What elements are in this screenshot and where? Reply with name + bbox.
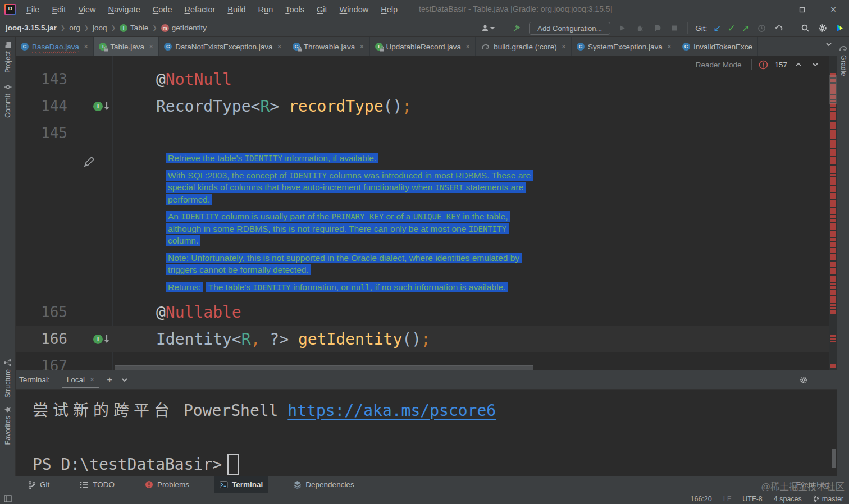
editor-scrollbar-thumb[interactable] — [829, 75, 837, 104]
breadcrumb-jooq[interactable]: jooq — [93, 24, 107, 32]
code-line-166[interactable]: 166IIdentity<R, ?> getIdentity(); — [16, 326, 829, 352]
error-stripe-mark[interactable] — [830, 268, 836, 274]
indent-setting[interactable]: 4 spaces — [774, 495, 802, 503]
git-update-icon[interactable]: ↙ — [713, 24, 721, 33]
error-stripe-mark[interactable] — [830, 310, 836, 314]
tab-basedao-java[interactable]: CBaseDao.java× — [16, 37, 94, 56]
menu-git[interactable]: Git — [312, 3, 332, 16]
profiler-button[interactable] — [651, 22, 663, 34]
terminal-minimize-icon[interactable]: — — [820, 375, 829, 384]
git-commit-check-icon[interactable]: ✓ — [728, 24, 736, 33]
close-icon[interactable]: × — [667, 42, 672, 51]
sidebar-item-gradle[interactable]: Gradle — [837, 40, 849, 76]
error-stripe-mark[interactable] — [830, 108, 836, 111]
hidden-tabs-chevron-down-icon[interactable] — [825, 42, 832, 47]
tab-build-gradle-core-[interactable]: build.gradle (:core)× — [476, 37, 572, 56]
error-stripe-mark[interactable] — [830, 276, 836, 282]
menu-window[interactable]: Window — [335, 3, 374, 16]
minimize-button[interactable]: — — [755, 0, 786, 19]
breadcrumb-table[interactable]: ITable — [120, 24, 148, 32]
error-stripe-mark[interactable] — [830, 254, 836, 260]
menu-navigate[interactable]: Navigate — [103, 3, 145, 16]
terminal-settings-gear-icon[interactable] — [798, 374, 809, 386]
menu-code[interactable]: Code — [148, 3, 177, 16]
caret-position[interactable]: 166:20 — [691, 495, 712, 503]
new-terminal-plus-icon[interactable]: + — [107, 374, 112, 386]
error-stripe-mark[interactable] — [830, 283, 836, 285]
error-stripe-mark[interactable] — [830, 341, 836, 342]
error-stripe-mark[interactable] — [830, 215, 836, 218]
error-stripe-mark[interactable] — [830, 112, 836, 120]
error-stripe-mark[interactable] — [830, 186, 836, 192]
error-stripe-mark[interactable] — [830, 338, 836, 340]
add-configuration-button[interactable]: Add Configuration... — [529, 22, 610, 35]
toolwindow-git-button[interactable]: Git — [22, 476, 55, 493]
error-stripe-mark[interactable] — [830, 231, 836, 237]
menu-refactor[interactable]: Refactor — [180, 3, 221, 16]
menu-run[interactable]: Run — [253, 3, 279, 16]
debug-button[interactable] — [634, 22, 645, 34]
horizontal-scrollbar[interactable] — [115, 365, 533, 370]
tab-systemexception-java[interactable]: CSystemException.java× — [572, 37, 677, 56]
error-stripe-mark[interactable] — [830, 223, 836, 230]
menu-build[interactable]: Build — [222, 3, 250, 16]
error-stripe[interactable] — [829, 56, 837, 370]
toolbox-icon[interactable] — [834, 22, 846, 34]
error-stripe-mark[interactable] — [830, 219, 836, 222]
terminal-tab-local[interactable]: Local × — [65, 371, 97, 388]
sidebar-item-favorites[interactable]: Favorites — [0, 406, 16, 445]
error-stripe-mark[interactable] — [830, 248, 836, 253]
terminal-output[interactable]: 尝试新的跨平台 PowerShell https://aka.ms/pscore… — [16, 390, 837, 475]
error-stripe-mark[interactable] — [830, 140, 836, 148]
error-stripe-mark[interactable] — [830, 157, 836, 164]
terminal-scrollbar[interactable] — [832, 449, 836, 468]
git-push-icon[interactable]: ↗ — [742, 24, 750, 33]
close-button[interactable]: × — [818, 0, 849, 19]
code-line-165[interactable]: 165@Nullable — [16, 299, 829, 326]
error-stripe-mark[interactable] — [830, 174, 836, 176]
close-icon[interactable]: × — [90, 375, 94, 384]
reader-mode-label[interactable]: Reader Mode — [696, 61, 742, 69]
sidebar-item-structure[interactable]: Structure — [0, 359, 16, 398]
close-icon[interactable]: × — [277, 42, 282, 51]
maximize-button[interactable] — [786, 0, 818, 19]
code-line-145[interactable]: 145 — [16, 120, 829, 146]
error-stripe-mark[interactable] — [830, 262, 836, 267]
interface-gutter-icon[interactable]: I — [93, 102, 103, 111]
error-stripe-mark[interactable] — [830, 335, 836, 337]
menu-tools[interactable]: Tools — [280, 3, 309, 16]
error-stripe-mark[interactable] — [830, 177, 836, 185]
toolwindow-terminal-button[interactable]: Terminal — [214, 476, 268, 493]
implementations-arrow-icon[interactable] — [103, 102, 110, 111]
tab-invalidtokenexce[interactable]: CInvalidTokenExce — [677, 37, 758, 56]
close-icon[interactable]: × — [359, 42, 364, 51]
error-count[interactable]: 157 — [774, 61, 787, 69]
close-icon[interactable]: × — [149, 42, 153, 51]
git-branch-widget[interactable]: master — [813, 495, 843, 503]
error-stripe-mark[interactable] — [830, 149, 836, 156]
error-stripe-mark[interactable] — [830, 286, 836, 289]
error-stripe-mark[interactable] — [830, 307, 836, 309]
error-stripe-mark[interactable] — [830, 200, 836, 207]
menu-edit[interactable]: Edit — [47, 3, 71, 16]
error-stripe-mark[interactable] — [830, 122, 836, 129]
rendered-javadoc[interactable]: Retrieve the table's IDENTITY informatio… — [166, 152, 837, 293]
tab-datanotexistsexception-java[interactable]: CDataNotExistsException.java× — [159, 37, 287, 56]
editor[interactable]: Reader Mode 157 143@NotNull144IRecordTyp… — [16, 56, 837, 370]
toolwindow-problems-button[interactable]: Problems — [139, 476, 195, 493]
run-button[interactable] — [617, 22, 628, 34]
error-stripe-mark[interactable] — [830, 193, 836, 199]
error-stripe-mark[interactable] — [830, 364, 836, 368]
user-account-icon[interactable] — [480, 22, 496, 34]
code-line-144[interactable]: 144IRecordType<R> recordType(); — [16, 93, 829, 120]
close-icon[interactable]: × — [562, 42, 566, 51]
stop-button[interactable] — [669, 22, 680, 34]
terminal-chevron-down-icon[interactable] — [121, 378, 128, 382]
file-encoding[interactable]: UTF-8 — [742, 495, 762, 503]
chevron-down-icon[interactable] — [810, 59, 821, 70]
close-icon[interactable]: × — [84, 42, 88, 51]
breadcrumb-jar[interactable]: jooq-3.15.5.jar — [6, 24, 57, 32]
implementations-arrow-icon[interactable] — [103, 335, 110, 343]
tab-updatablerecord-java[interactable]: IUpdatableRecord.java× — [370, 37, 476, 56]
edit-javadoc-pencil-icon[interactable] — [83, 155, 96, 168]
